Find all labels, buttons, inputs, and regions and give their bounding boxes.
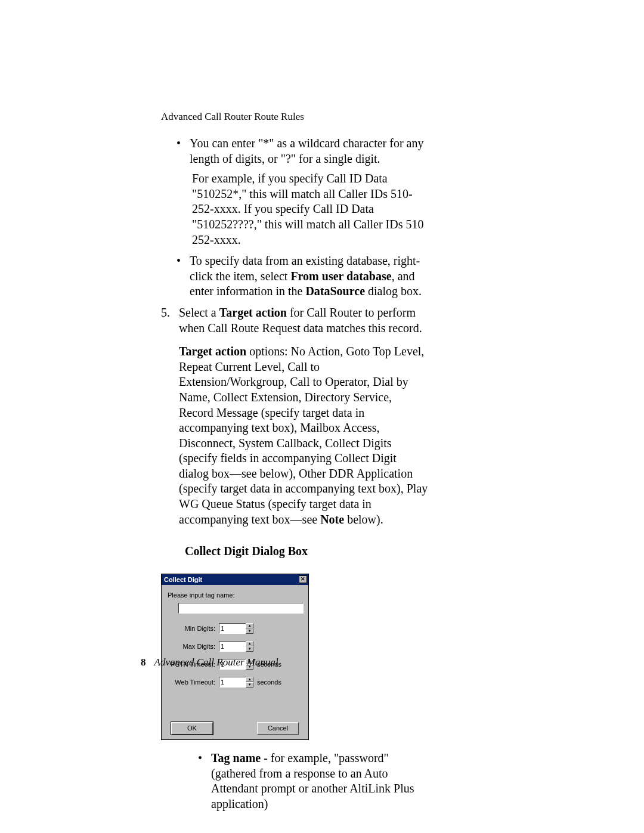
max-digits-label: Max Digits: bbox=[168, 642, 219, 651]
bullet-list-1: You can enter "*" as a wildcard characte… bbox=[161, 136, 428, 299]
spin-up-icon[interactable]: ▴ bbox=[246, 641, 253, 646]
min-digits-value[interactable]: 1 bbox=[219, 623, 246, 634]
step-5-pre: Select a bbox=[179, 306, 219, 319]
min-digits-row: Min Digits: 1 ▴ ▾ bbox=[168, 623, 302, 634]
step-5-number: 5. bbox=[161, 305, 170, 321]
dialog-button-row: OK Cancel bbox=[168, 695, 302, 735]
page-number: 8 bbox=[141, 657, 146, 668]
bullet-database-bold1: From user database bbox=[290, 270, 391, 283]
web-timeout-label: Web Timeout: bbox=[168, 678, 219, 686]
web-timeout-value[interactable]: 1 bbox=[219, 677, 246, 688]
note-bold: Note bbox=[320, 513, 344, 526]
bullet-wildcard: You can enter "*" as a wildcard characte… bbox=[187, 136, 428, 247]
cancel-button[interactable]: Cancel bbox=[257, 722, 299, 735]
step-5: 5. Select a Target action for Call Route… bbox=[161, 305, 428, 336]
step-5-bold: Target action bbox=[219, 306, 287, 319]
numbered-steps: 5. Select a Target action for Call Route… bbox=[161, 305, 428, 336]
bullet-database-post: dialog box. bbox=[365, 284, 422, 298]
running-head: Advanced Call Router Route Rules bbox=[161, 111, 304, 123]
bullet-wildcard-example: For example, if you specify Call ID Data… bbox=[192, 171, 428, 247]
bullet-database: To specify data from an existing databas… bbox=[187, 253, 428, 299]
document-page: Advanced Call Router Route Rules You can… bbox=[0, 0, 644, 833]
target-action-bold: Target action bbox=[179, 345, 246, 358]
spin-up-icon[interactable]: ▴ bbox=[246, 623, 253, 628]
tag-name-input[interactable] bbox=[178, 603, 304, 614]
bullet-list-2: Tag name - for example, "password" (gath… bbox=[161, 751, 428, 812]
spin-down-icon[interactable]: ▾ bbox=[246, 682, 253, 688]
bullet-tag-name: Tag name - for example, "password" (gath… bbox=[211, 751, 428, 812]
target-action-post: below). bbox=[344, 513, 383, 526]
dialog-title: Collect Digit bbox=[164, 575, 202, 584]
footer-title: Advanced Call Router Manual bbox=[154, 657, 278, 668]
max-digits-value[interactable]: 1 bbox=[219, 641, 246, 652]
bullet-wildcard-text: You can enter "*" as a wildcard characte… bbox=[190, 137, 423, 165]
spin-down-icon[interactable]: ▾ bbox=[246, 646, 253, 652]
tag-name-prompt: Please input tag name: bbox=[168, 591, 302, 599]
max-digits-stepper[interactable]: 1 ▴ ▾ bbox=[219, 641, 253, 652]
page-footer: 8Advanced Call Router Manual bbox=[141, 657, 278, 668]
ok-button[interactable]: OK bbox=[171, 722, 213, 735]
page-content: You can enter "*" as a wildcard characte… bbox=[161, 136, 428, 812]
close-icon[interactable]: ✕ bbox=[299, 575, 307, 583]
dialog-titlebar: Collect Digit ✕ bbox=[162, 574, 308, 585]
web-timeout-row: Web Timeout: 1 ▴ ▾ seconds bbox=[168, 677, 302, 688]
web-timeout-unit: seconds bbox=[257, 678, 281, 686]
min-digits-label: Min Digits: bbox=[168, 624, 219, 633]
tag-name-bold: Tag name bbox=[211, 751, 261, 764]
min-digits-stepper[interactable]: 1 ▴ ▾ bbox=[219, 623, 253, 634]
collect-digit-heading: Collect Digit Dialog Box bbox=[185, 544, 428, 559]
target-action-mid: options: No Action, Goto Top Level, Repe… bbox=[179, 345, 428, 526]
spin-down-icon[interactable]: ▾ bbox=[246, 628, 253, 634]
max-digits-row: Max Digits: 1 ▴ ▾ bbox=[168, 641, 302, 652]
web-timeout-stepper[interactable]: 1 ▴ ▾ bbox=[219, 677, 253, 688]
target-action-paragraph: Target action options: No Action, Goto T… bbox=[179, 344, 428, 527]
spin-up-icon[interactable]: ▴ bbox=[246, 677, 253, 682]
bullet-database-bold2: DataSource bbox=[305, 284, 365, 298]
